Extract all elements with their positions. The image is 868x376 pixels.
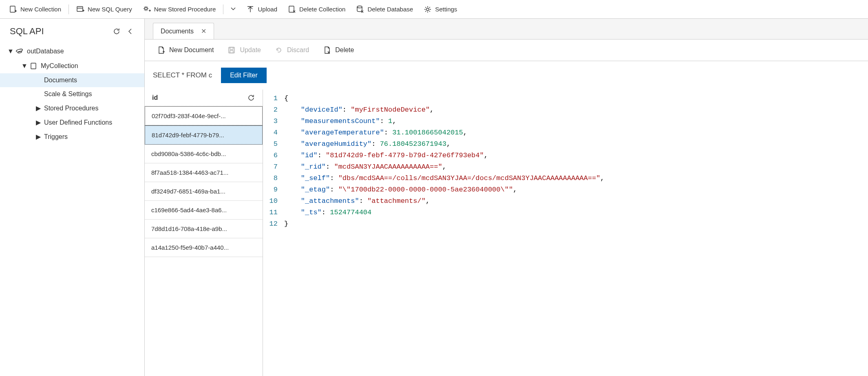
id-list-rows[interactable]: 02f70df3-283f-404e-9ecf-...81d742d9-febf… <box>145 106 263 376</box>
caret-down-icon: ▼ <box>7 48 12 55</box>
sidebar-item-scale-settings[interactable]: Scale & Settings <box>0 87 144 101</box>
sidebar-title: SQL API <box>10 26 44 37</box>
id-row[interactable]: 8f7aa518-1384-4463-ac71... <box>145 163 263 182</box>
stored-proc-icon <box>143 5 151 13</box>
caret-right-icon: ▶ <box>36 119 41 126</box>
json-editor[interactable]: 123456789101112 { "deviceId": "myFirstNo… <box>263 90 868 376</box>
triggers-label: Triggers <box>44 133 68 141</box>
line-gutter: 123456789101112 <box>263 93 281 376</box>
update-button: Update <box>222 44 267 57</box>
svg-rect-0 <box>10 6 15 12</box>
database-icon <box>15 47 24 55</box>
svg-rect-9 <box>229 47 234 53</box>
svg-point-2 <box>145 7 147 10</box>
save-icon <box>227 46 236 54</box>
upload-icon <box>246 5 254 13</box>
new-document-icon <box>157 46 165 54</box>
edit-filter-button[interactable]: Edit Filter <box>221 68 267 83</box>
sidebar: SQL API ▼ outDatabase ▼ MyCollection Doc… <box>0 19 145 376</box>
delete-label: Delete <box>335 46 354 54</box>
svg-rect-3 <box>289 6 294 12</box>
svg-rect-11 <box>230 51 233 53</box>
stored-procs-label: Stored Procedures <box>44 105 98 112</box>
id-row[interactable]: 02f70df3-283f-404e-9ecf-... <box>145 106 263 125</box>
settings-label: Settings <box>435 6 457 13</box>
refresh-icon[interactable] <box>113 27 121 35</box>
settings-button[interactable]: Settings <box>419 3 462 16</box>
documents-label: Documents <box>44 77 77 84</box>
query-row: SELECT * FROM c Edit Filter <box>145 61 868 90</box>
collection-node[interactable]: ▼ MyCollection <box>0 59 144 73</box>
scale-settings-label: Scale & Settings <box>44 90 92 98</box>
delete-database-icon <box>356 5 364 13</box>
id-row[interactable]: 7d8d1d16-708a-418e-a9b... <box>145 220 263 238</box>
new-collection-button[interactable]: New Collection <box>4 3 66 16</box>
upload-label: Upload <box>258 6 277 13</box>
tab-label: Documents <box>161 28 194 35</box>
sql-query-icon <box>76 5 84 13</box>
new-sql-query-button[interactable]: New SQL Query <box>71 3 137 16</box>
main-layout: SQL API ▼ outDatabase ▼ MyCollection Doc… <box>0 19 868 376</box>
sidebar-header: SQL API <box>0 19 144 41</box>
id-list-panel: id 02f70df3-283f-404e-9ecf-...81d742d9-f… <box>145 90 263 376</box>
caret-right-icon: ▶ <box>36 133 41 141</box>
delete-button[interactable]: Delete <box>317 44 360 57</box>
tab-documents[interactable]: Documents ✕ <box>153 23 214 39</box>
svg-point-7 <box>18 51 22 53</box>
svg-point-5 <box>426 8 429 11</box>
delete-collection-button[interactable]: Delete Collection <box>283 3 350 16</box>
svg-point-4 <box>357 6 362 8</box>
upload-button[interactable]: Upload <box>241 3 282 16</box>
id-row[interactable]: a14a1250-f5e9-40b7-a440... <box>145 238 263 257</box>
sidebar-item-documents[interactable]: Documents <box>0 73 144 87</box>
delete-document-icon <box>323 46 331 54</box>
collection-label: MyCollection <box>41 62 78 70</box>
udfs-label: User Defined Functions <box>44 119 112 126</box>
collapse-icon[interactable] <box>126 27 135 35</box>
svg-rect-8 <box>31 63 36 69</box>
sidebar-item-stored-procedures[interactable]: ▶ Stored Procedures <box>0 101 144 115</box>
new-collection-icon <box>9 5 17 13</box>
discard-label: Discard <box>287 46 309 54</box>
content-area: Documents ✕ New Document Update Discard … <box>145 19 868 376</box>
sidebar-item-udfs[interactable]: ▶ User Defined Functions <box>0 115 144 130</box>
sidebar-item-triggers[interactable]: ▶ Triggers <box>0 130 144 144</box>
id-row[interactable]: df3249d7-6851-469a-ba1... <box>145 182 263 201</box>
document-body: id 02f70df3-283f-404e-9ecf-...81d742d9-f… <box>145 90 868 376</box>
undo-icon <box>275 46 283 54</box>
navigation-tree: ▼ outDatabase ▼ MyCollection Documents S… <box>0 41 144 147</box>
document-toolbar: New Document Update Discard Delete <box>145 40 868 61</box>
new-stored-proc-button[interactable]: New Stored Procedure <box>138 3 221 16</box>
collection-icon <box>29 62 38 70</box>
query-text: SELECT * FROM c <box>153 71 212 79</box>
delete-database-label: Delete Database <box>367 6 413 13</box>
chevron-down-icon <box>229 4 237 13</box>
new-document-label: New Document <box>169 46 214 54</box>
delete-collection-icon <box>288 5 296 13</box>
delete-database-button[interactable]: Delete Database <box>351 3 418 16</box>
discard-button: Discard <box>269 44 315 57</box>
refresh-icon[interactable] <box>247 94 255 102</box>
toolbar-separator <box>223 4 223 14</box>
toolbar-separator <box>68 4 69 14</box>
new-collection-label: New Collection <box>20 6 61 13</box>
id-header-label: id <box>152 94 158 101</box>
caret-down-icon: ▼ <box>21 62 26 70</box>
new-sql-query-label: New SQL Query <box>88 6 132 13</box>
id-row[interactable]: c169e866-5ad4-4ae3-8a6... <box>145 201 263 220</box>
top-toolbar: New Collection New SQL Query New Stored … <box>0 0 868 19</box>
database-node[interactable]: ▼ outDatabase <box>0 44 144 59</box>
svg-rect-1 <box>77 7 83 11</box>
tab-bar: Documents ✕ <box>145 19 868 40</box>
delete-collection-label: Delete Collection <box>299 6 345 13</box>
update-label: Update <box>240 46 261 54</box>
id-row[interactable]: cbd9080a-5386-4c6c-bdb... <box>145 145 263 163</box>
settings-icon <box>424 5 432 13</box>
stored-proc-dropdown[interactable] <box>226 2 241 16</box>
database-label: outDatabase <box>27 48 64 55</box>
new-document-button[interactable]: New Document <box>151 44 219 57</box>
new-stored-proc-label: New Stored Procedure <box>154 6 216 13</box>
id-row[interactable]: 81d742d9-febf-4779-b79... <box>145 125 263 145</box>
close-icon[interactable]: ✕ <box>201 27 206 35</box>
json-code[interactable]: { "deviceId": "myFirstNodeDevice", "meas… <box>281 93 868 376</box>
